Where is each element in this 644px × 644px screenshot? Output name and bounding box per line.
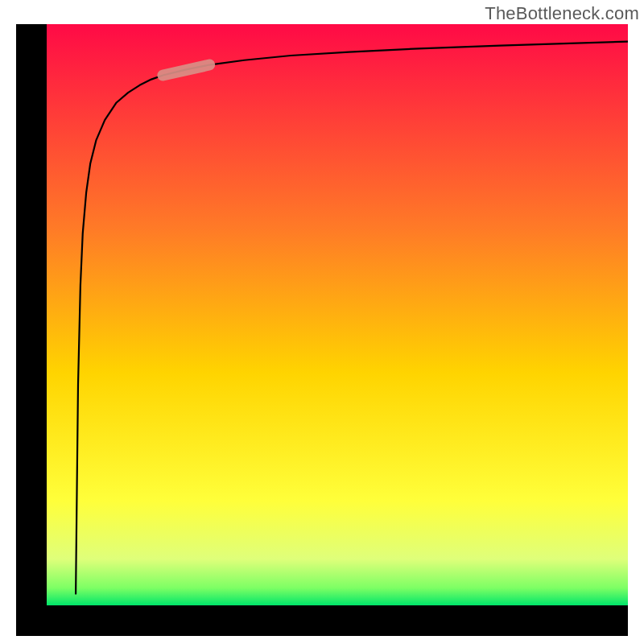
y-axis bbox=[16, 24, 47, 636]
chart-svg bbox=[16, 24, 628, 636]
chart-container bbox=[16, 24, 628, 636]
x-axis bbox=[16, 605, 628, 636]
plot-background bbox=[47, 24, 628, 605]
attribution-text: TheBottleneck.com bbox=[485, 3, 639, 24]
